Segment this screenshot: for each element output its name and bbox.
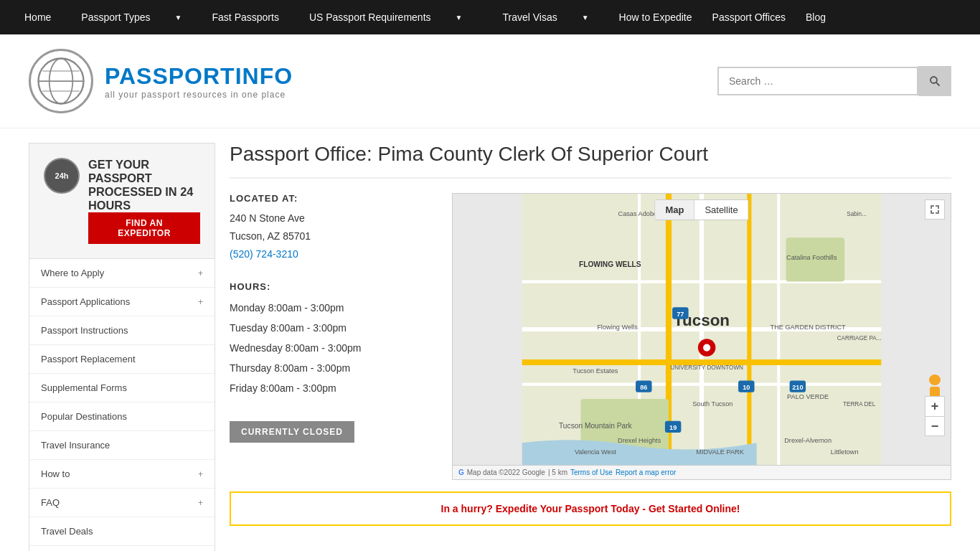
promo-heading: GET YOUR PASSPORT PROCESSED IN 24 HOURS xyxy=(88,158,200,212)
report-map-error-link[interactable]: Report a map error xyxy=(616,468,676,476)
sidebar-item-label: How to xyxy=(41,468,70,479)
logo-text: PASSPORTINFO xyxy=(105,63,293,90)
sidebar-item-about-us[interactable]: About Us xyxy=(29,546,215,551)
office-info: LOCATED AT: 240 N Stone Ave Tucson, AZ 8… xyxy=(230,193,430,480)
nav-blog[interactable]: Blog xyxy=(796,0,836,34)
map-expand-button[interactable] xyxy=(925,199,945,220)
sidebar-item-where-to-apply[interactable]: Where to Apply + xyxy=(29,259,215,288)
sidebar-item-passport-replacement[interactable]: Passport Replacement xyxy=(29,345,215,374)
map-zoom-controls: + − xyxy=(925,396,945,436)
svg-text:Catalina Foothills: Catalina Foothills xyxy=(786,254,837,261)
svg-text:Drexel-Alvernon: Drexel-Alvernon xyxy=(784,437,831,444)
nav-passport-types[interactable]: Passport Types ▼ xyxy=(61,0,202,34)
logo-area: PASSPORTINFO all your passport resources… xyxy=(29,49,293,113)
nav-travel-visas[interactable]: Travel Visas ▼ xyxy=(482,0,608,34)
pegman-head xyxy=(929,375,941,385)
sidebar-item-supplemental-forms[interactable]: Supplemental Forms xyxy=(29,374,215,402)
svg-text:Valencia West: Valencia West xyxy=(575,448,616,456)
promo-24h-icon: 24h xyxy=(44,158,80,194)
location-section: LOCATED AT: 240 N Stone Ave Tucson, AZ 8… xyxy=(230,193,430,264)
faq-expand-icon: + xyxy=(198,498,203,508)
svg-text:MIDVALE PARK: MIDVALE PARK xyxy=(696,448,744,456)
top-nav: Home Passport Types ▼ Fast Passports US … xyxy=(0,0,980,34)
phone-link[interactable]: (520) 724-3210 xyxy=(230,248,298,260)
svg-text:Tucson Mountain Park: Tucson Mountain Park xyxy=(559,422,633,430)
find-expeditor-button[interactable]: FIND AN EXPEDITOR xyxy=(88,212,200,244)
sidebar-item-label: Passport Replacement xyxy=(41,354,136,364)
logo-tagline: all your passport resources in one place xyxy=(105,90,293,100)
search-area xyxy=(717,66,951,96)
search-input[interactable] xyxy=(717,67,918,95)
address-line2: Tucson, AZ 85701 xyxy=(230,227,430,245)
cta-link[interactable]: In a hurry? Expedite Your Passport Today… xyxy=(441,503,740,514)
svg-text:77: 77 xyxy=(677,311,684,318)
sidebar: 24h GET YOUR PASSPORT PROCESSED IN 24 HO… xyxy=(29,143,215,551)
passport-applications-expand-icon: + xyxy=(198,297,203,307)
nav-home[interactable]: Home xyxy=(14,0,61,34)
where-to-apply-expand-icon: + xyxy=(198,268,203,278)
site-header: PASSPORTINFO all your passport resources… xyxy=(0,34,980,128)
us-req-dropdown-icon: ▼ xyxy=(446,0,473,34)
logo-text-plain: PASSPORT xyxy=(105,63,235,89)
search-icon xyxy=(928,75,941,88)
map-footer: G Map data ©2022 Google | 5 km Terms of … xyxy=(452,466,951,480)
svg-text:19: 19 xyxy=(669,424,677,431)
map-tab-satellite[interactable]: Satellite xyxy=(694,200,748,220)
nav-passport-offices[interactable]: Passport Offices xyxy=(702,0,796,34)
svg-text:Drexel Heights: Drexel Heights xyxy=(618,437,661,444)
address-line1: 240 N Stone Ave xyxy=(230,209,430,227)
address: 240 N Stone Ave Tucson, AZ 85701 (520) 7… xyxy=(230,209,430,264)
svg-text:210: 210 xyxy=(792,384,803,391)
svg-text:Littletown: Littletown xyxy=(831,448,859,456)
nav-how-to-expedite[interactable]: How to Expedite xyxy=(609,0,702,34)
map-tab-map[interactable]: Map xyxy=(655,200,694,220)
sidebar-item-travel-insurance[interactable]: Travel Insurance xyxy=(29,431,215,460)
hours-friday: Friday 8:00am - 3:00pm xyxy=(230,378,430,398)
sidebar-nav: Where to Apply + Passport Applications +… xyxy=(29,259,215,551)
cta-banner: In a hurry? Expedite Your Passport Today… xyxy=(230,491,951,526)
sidebar-item-label: Passport Instructions xyxy=(41,325,128,336)
nav-fast-passports[interactable]: Fast Passports xyxy=(202,0,289,34)
svg-point-22 xyxy=(703,344,710,351)
hours-tuesday: Tuesday 8:00am - 3:00pm xyxy=(230,318,430,338)
svg-text:PALO VERDE: PALO VERDE xyxy=(787,393,829,400)
google-logo: G xyxy=(458,468,464,476)
svg-text:86: 86 xyxy=(640,384,647,391)
sidebar-item-label: Travel Deals xyxy=(41,526,93,537)
sidebar-item-passport-instructions[interactable]: Passport Instructions xyxy=(29,316,215,345)
hours-monday: Monday 8:00am - 3:00pm xyxy=(230,298,430,318)
sidebar-item-label: Where to Apply xyxy=(41,268,104,278)
map-placeholder[interactable]: Tucson Tucson Mountain Park Catalina Foo… xyxy=(452,193,951,466)
passport-types-dropdown-icon: ▼ xyxy=(165,0,192,34)
visas-dropdown-icon: ▼ xyxy=(572,0,599,34)
zoom-in-button[interactable]: + xyxy=(925,396,945,416)
zoom-out-button[interactable]: − xyxy=(925,416,945,436)
svg-text:FLOWING WELLS: FLOWING WELLS xyxy=(579,260,641,268)
svg-text:South Tucson: South Tucson xyxy=(692,400,732,408)
sidebar-item-popular-destinations[interactable]: Popular Destinations xyxy=(29,402,215,431)
svg-text:TERRA DEL: TERRA DEL xyxy=(843,401,876,408)
logo-globe xyxy=(29,49,93,113)
svg-text:10: 10 xyxy=(743,384,750,391)
svg-text:THE GARDEN DISTRICT: THE GARDEN DISTRICT xyxy=(771,324,847,331)
terms-of-use-link[interactable]: Terms of Use xyxy=(570,468,613,476)
sidebar-item-travel-deals[interactable]: Travel Deals xyxy=(29,517,215,546)
hours-list: Monday 8:00am - 3:00pm Tuesday 8:00am - … xyxy=(230,298,430,398)
svg-text:Sabin...: Sabin... xyxy=(847,211,867,217)
promo-content: GET YOUR PASSPORT PROCESSED IN 24 HOURS … xyxy=(88,158,200,244)
sidebar-item-faq[interactable]: FAQ + xyxy=(29,489,215,517)
sidebar-item-passport-applications[interactable]: Passport Applications + xyxy=(29,288,215,316)
logo-text-area: PASSPORTINFO all your passport resources… xyxy=(105,63,293,100)
hours-thursday: Thursday 8:00am - 3:00pm xyxy=(230,358,430,378)
search-button[interactable] xyxy=(918,66,951,96)
svg-text:Flowing Wells: Flowing Wells xyxy=(597,324,638,331)
expand-icon xyxy=(930,204,940,215)
svg-text:Tucson Estates: Tucson Estates xyxy=(573,367,618,375)
sidebar-item-how-to[interactable]: How to + xyxy=(29,460,215,489)
sidebar-item-label: Travel Insurance xyxy=(41,440,110,451)
sidebar-promo: 24h GET YOUR PASSPORT PROCESSED IN 24 HO… xyxy=(29,143,215,259)
map-controls: Map Satellite xyxy=(654,199,748,220)
nav-us-requirements[interactable]: US Passport Requirements ▼ xyxy=(289,0,483,34)
map-container: Tucson Tucson Mountain Park Catalina Foo… xyxy=(452,193,951,480)
logo-text-accent: INFO xyxy=(235,63,293,89)
